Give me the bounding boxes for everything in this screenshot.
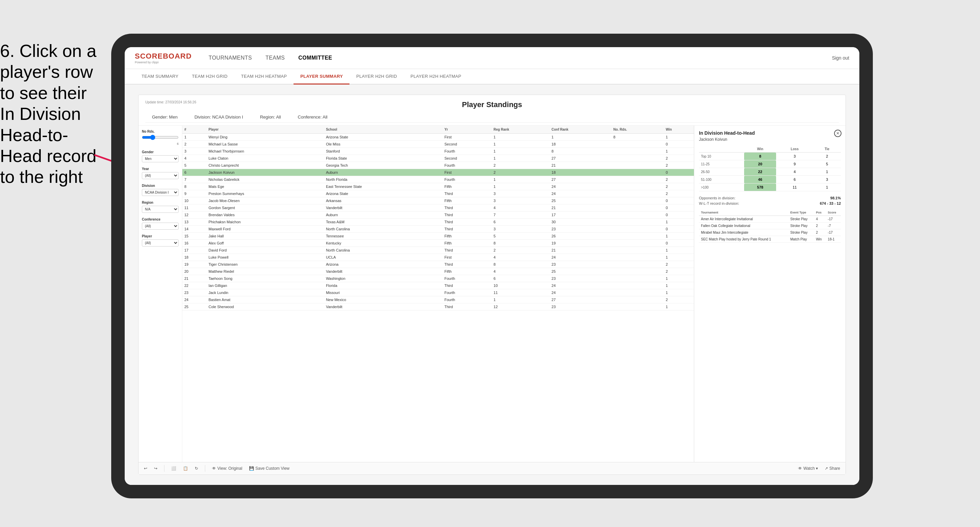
cell-school: East Tennessee State: [324, 183, 442, 190]
tourn-pos: 2: [814, 222, 826, 229]
cell-school: Arkansas: [324, 197, 442, 205]
copy-button[interactable]: ⬜: [171, 466, 176, 471]
cell-conf-rank: 23: [550, 261, 611, 268]
table-row[interactable]: 25 Cole Sherwood Vanderbilt Third 12 23 …: [182, 303, 694, 311]
tourn-score: 18-1: [826, 236, 841, 243]
table-row[interactable]: 9 Preston Summerhays Arizona State Third…: [182, 190, 694, 197]
redo-button[interactable]: ↪: [154, 466, 158, 471]
cell-player: Alex Goff: [207, 240, 324, 247]
table-row[interactable]: 3 Michael Thorbjornsen Stanford Fourth 1…: [182, 148, 694, 155]
nav-committee[interactable]: COMMITTEE: [298, 53, 332, 63]
share-button[interactable]: ↗ Share: [825, 466, 840, 471]
col-yr: Yr: [442, 125, 492, 134]
h2h-col-loss: Loss: [776, 146, 813, 152]
cell-yr: First: [442, 134, 492, 141]
cell-conf-rank: 25: [550, 197, 611, 205]
table-row[interactable]: 13 Phichaksn Maichon Texas A&M Third 6 3…: [182, 219, 694, 225]
table-row[interactable]: 6 Jackson Koivun Auburn First 2 18 0: [182, 169, 694, 176]
subnav-team-h2h-heatmap[interactable]: TEAM H2H HEATMAP: [234, 69, 294, 84]
sign-out-button[interactable]: Sign out: [832, 55, 849, 60]
cell-yr: Fourth: [442, 148, 492, 155]
table-row[interactable]: 8 Mats Ege East Tennessee State Fifth 1 …: [182, 183, 694, 190]
table-row[interactable]: 22 Ian Gilligan Florida Third 10 24 1: [182, 282, 694, 289]
cell-yr: Third: [442, 261, 492, 268]
refresh-button[interactable]: ↻: [195, 466, 198, 471]
table-row[interactable]: 19 Tiger Christensen Arizona Third 8 23 …: [182, 261, 694, 268]
table-row[interactable]: 15 Jake Hall Tennessee Fifth 5 26 1: [182, 233, 694, 240]
watch-button[interactable]: 👁 Watch ▾: [798, 466, 818, 471]
conference-label: Conference: [142, 217, 178, 221]
cell-num: 5: [182, 162, 207, 169]
table-row[interactable]: 14 Maxwell Ford North Carolina Third 3 2…: [182, 225, 694, 233]
nav-tournaments[interactable]: TOURNAMENTS: [208, 53, 252, 63]
cell-win: 0: [663, 197, 694, 205]
year-select[interactable]: (All): [142, 172, 178, 179]
cell-yr: Fourth: [442, 296, 492, 303]
cell-reg-rank: 1: [492, 148, 550, 155]
conference-select[interactable]: (All): [142, 222, 178, 230]
table-row[interactable]: 23 Jack Lundin Missouri Fourth 11 24 1: [182, 289, 694, 296]
cell-player: Jack Lundin: [207, 289, 324, 296]
table-row[interactable]: 12 Brendan Valdes Auburn Third 7 17 0: [182, 211, 694, 219]
cell-yr: Fifth: [442, 183, 492, 190]
region-select[interactable]: N/A: [142, 206, 178, 213]
cell-reg-rank: 1: [492, 176, 550, 183]
subnav-team-summary[interactable]: TEAM SUMMARY: [135, 69, 185, 84]
cell-reg-rank: 1: [492, 134, 550, 141]
cell-conf-rank: 23: [550, 303, 611, 311]
h2h-win: 46: [744, 176, 776, 184]
filter-year-group: Year (All): [142, 167, 178, 179]
cell-num: 23: [182, 289, 207, 296]
h2h-close-button[interactable]: ✕: [834, 130, 842, 137]
filter-no-rds: No Rds. 6: [142, 130, 178, 146]
table-row[interactable]: 7 Nicholas Gabrelick North Florida Fourt…: [182, 176, 694, 183]
cell-school: Auburn: [324, 211, 442, 219]
cell-conf-rank: 24: [550, 183, 611, 190]
subnav-team-h2h-grid[interactable]: TEAM H2H GRID: [185, 69, 235, 84]
col-school: School: [324, 125, 442, 134]
table-row[interactable]: 17 David Ford North Carolina Third 2 21 …: [182, 247, 694, 254]
cell-num: 2: [182, 141, 207, 148]
cell-num: 17: [182, 247, 207, 254]
table-row[interactable]: 5 Christo Lamprecht Georgia Tech Fourth …: [182, 162, 694, 169]
table-row[interactable]: 2 Michael La Sasse Ole Miss Second 1 18 …: [182, 141, 694, 148]
cell-yr: Second: [442, 141, 492, 148]
undo-button[interactable]: ↩: [144, 466, 147, 471]
h2h-row: >100 578 11 1: [699, 184, 841, 191]
cell-num: 10: [182, 197, 207, 205]
cell-yr: First: [442, 169, 492, 176]
table-row[interactable]: 20 Matthew Riedel Vanderbilt Fifth 4 25 …: [182, 268, 694, 275]
cell-school: Arizona: [324, 261, 442, 268]
table-row[interactable]: 16 Alex Goff Kentucky Fifth 8 19 0: [182, 240, 694, 247]
subnav-player-summary[interactable]: PLAYER SUMMARY: [294, 69, 350, 84]
cell-num: 16: [182, 240, 207, 247]
table-row[interactable]: 11 Gordon Sargent Vanderbilt Third 4 21 …: [182, 205, 694, 211]
subnav-player-h2h-heatmap[interactable]: PLAYER H2H HEATMAP: [404, 69, 468, 84]
player-select[interactable]: (All): [142, 240, 178, 246]
gender-select[interactable]: Men Women: [142, 155, 178, 162]
cell-reg-rank: 4: [492, 268, 550, 275]
save-custom-button[interactable]: 💾 Save Custom View: [249, 466, 290, 471]
table-row[interactable]: 1 Wenyi Ding Arizona State First 1 1 8 1: [182, 134, 694, 141]
cell-win: 2: [663, 155, 694, 162]
h2h-tie: 2: [813, 152, 841, 160]
view-original-button[interactable]: 👁 View: Original: [212, 466, 242, 471]
table-row[interactable]: 10 Jacob Moe-Olesen Arkansas Fifth 3 25 …: [182, 197, 694, 205]
subnav-player-h2h-grid[interactable]: PLAYER H2H GRID: [350, 69, 404, 84]
cell-school: Tennessee: [324, 233, 442, 240]
table-row[interactable]: 24 Bastien Amat New Mexico Fourth 1 27 2: [182, 296, 694, 303]
tourn-name: Mirabel Maui Jim Intercollegiate: [699, 229, 788, 236]
cell-reg-rank: 8: [492, 261, 550, 268]
cell-school: Vanderbilt: [324, 303, 442, 311]
cell-no-rds: [611, 275, 664, 282]
h2h-col-rank: [699, 146, 744, 152]
paste-button[interactable]: 📋: [183, 466, 188, 471]
no-rds-slider[interactable]: [142, 135, 178, 141]
table-row[interactable]: 18 Luke Powell UCLA First 4 24 1: [182, 254, 694, 261]
col-reg-rank: Reg Rank: [492, 125, 550, 134]
nav-teams[interactable]: TEAMS: [266, 53, 285, 63]
table-row[interactable]: 21 Taehoon Song Washington Fourth 6 23 1: [182, 275, 694, 282]
cell-school: Florida: [324, 282, 442, 289]
table-row[interactable]: 4 Luke Claton Florida State Second 1 27 …: [182, 155, 694, 162]
division-select[interactable]: NCAA Division I: [142, 189, 178, 196]
